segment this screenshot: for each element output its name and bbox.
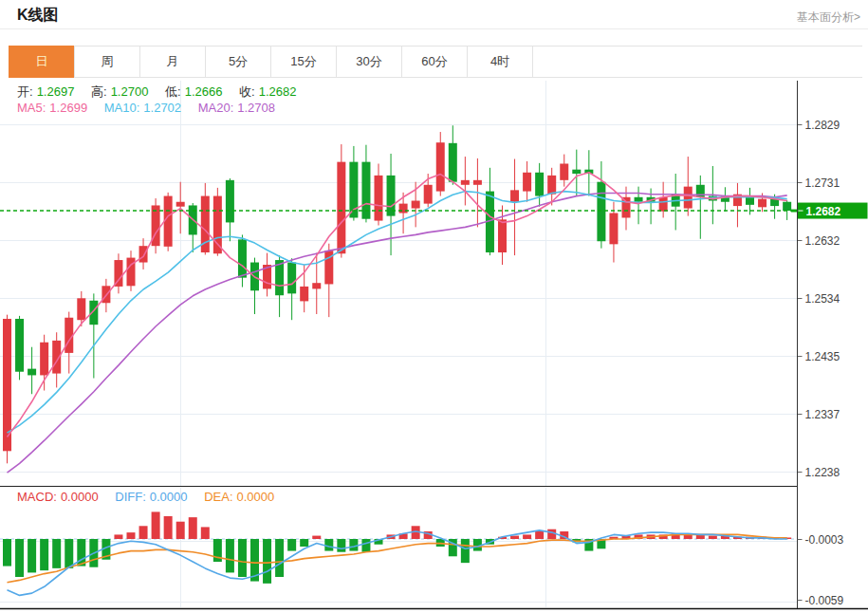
macd-readout: MACD:0.0000 DIFF:0.0000 DEA:0.0000 — [17, 490, 278, 504]
period-tabbar: 日 周 月 5分 15分 30分 60分 4时 — [9, 46, 862, 78]
ma5-value: 1.2699 — [49, 101, 87, 115]
macd-label: MACD: — [17, 490, 57, 504]
ohlc-readout: 开:1.2697 高:1.2700 低:1.2666 收:1.2682 — [17, 84, 300, 101]
diff-label: DIFF: — [115, 490, 146, 504]
tab-15min[interactable]: 15分 — [270, 46, 337, 78]
open-label: 开: — [17, 84, 33, 99]
svg-text:-0.0059: -0.0059 — [805, 594, 844, 607]
high-value: 1.2700 — [111, 84, 149, 99]
svg-text:1.2632: 1.2632 — [805, 234, 840, 248]
ma10-value: 1.2702 — [143, 101, 181, 115]
low-label: 低: — [165, 84, 181, 99]
svg-text:1.2238: 1.2238 — [805, 466, 840, 479]
low-value: 1.2666 — [185, 84, 223, 99]
tab-week[interactable]: 周 — [74, 46, 140, 78]
svg-text:1.2682: 1.2682 — [806, 205, 841, 218]
kline-chart-canvas[interactable]: 1.28291.27311.26321.25341.24351.23371.22… — [0, 81, 868, 613]
svg-text:1.2829: 1.2829 — [805, 119, 840, 132]
tab-60min[interactable]: 60分 — [401, 46, 468, 78]
tab-day[interactable]: 日 — [9, 46, 75, 78]
ma5-label: MA5: — [17, 101, 46, 115]
close-label: 收: — [239, 84, 255, 99]
tab-5min[interactable]: 5分 — [205, 46, 271, 78]
chart-area: 1.28291.27311.26321.25341.24351.23371.22… — [0, 81, 868, 613]
svg-text:1.2731: 1.2731 — [805, 176, 840, 190]
dea-label: DEA: — [204, 490, 232, 504]
fundamental-analysis-link[interactable]: 基本面分析> — [797, 9, 860, 26]
svg-text:1.2435: 1.2435 — [805, 350, 840, 363]
open-value: 1.2697 — [37, 84, 75, 99]
kline-widget: { "header": { "title": "K线图", "link": "基… — [0, 0, 868, 613]
tabbar-filler — [532, 46, 862, 78]
ma10-label: MA10: — [104, 101, 140, 115]
close-value: 1.2682 — [259, 84, 297, 99]
dea-value: 0.0000 — [237, 490, 275, 504]
tab-4hour[interactable]: 4时 — [467, 46, 533, 78]
ma20-value: 1.2708 — [237, 101, 275, 115]
page-title: K线图 — [17, 6, 59, 26]
ma-readout: MA5:1.2699 MA10:1.2702 MA20:1.2708 — [17, 101, 279, 115]
diff-value: 0.0000 — [150, 490, 188, 504]
macd-value: 0.0000 — [61, 490, 99, 504]
svg-text:-0.0003: -0.0003 — [805, 533, 844, 547]
high-label: 高: — [91, 84, 107, 99]
tab-30min[interactable]: 30分 — [336, 46, 402, 78]
title-separator — [0, 28, 868, 29]
svg-text:1.2534: 1.2534 — [805, 292, 840, 306]
svg-text:1.2337: 1.2337 — [805, 408, 840, 421]
tab-month[interactable]: 月 — [139, 46, 206, 78]
ma20-label: MA20: — [198, 101, 234, 115]
